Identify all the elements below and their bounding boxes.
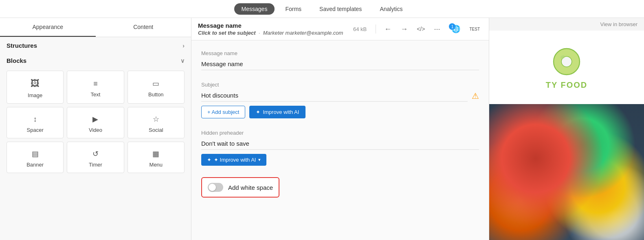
- block-label-video: Video: [89, 127, 102, 133]
- block-label-menu: Menu: [149, 162, 163, 168]
- video-icon: ▶: [92, 115, 98, 124]
- left-sidebar: Appearance Content Structures › Blocks ∨…: [0, 18, 191, 240]
- preview-content: TY FOOD: [489, 31, 644, 240]
- block-label-spacer: Spacer: [27, 127, 44, 133]
- text-icon: ≡: [93, 80, 98, 88]
- header-divider: [376, 24, 376, 33]
- block-item-timer[interactable]: ↺ Timer: [67, 142, 124, 173]
- white-space-toggle-label: Add white space: [228, 184, 273, 191]
- banner-icon: ▤: [32, 149, 39, 158]
- image-icon: 🖼: [31, 78, 40, 89]
- top-navigation: Messages Forms Saved templates Analytics: [0, 0, 644, 18]
- tab-content[interactable]: Content: [96, 18, 191, 37]
- block-item-text[interactable]: ≡ Text: [67, 71, 124, 104]
- header-subtitle: Click to set the subject · Marketer mark…: [198, 30, 343, 36]
- block-label-image: Image: [28, 92, 42, 98]
- improve-ai-2-icon: ✦: [207, 157, 211, 163]
- improve-ai-chevron-down-icon: ▾: [258, 157, 261, 162]
- header-click-to-set[interactable]: Click to set the subject: [198, 30, 256, 36]
- preview-logo-area: TY FOOD: [489, 31, 644, 104]
- test-label: TEST: [469, 27, 480, 31]
- forward-icon: →: [400, 25, 408, 33]
- white-space-toggle[interactable]: [208, 183, 223, 192]
- subject-row: ⚠: [201, 90, 479, 102]
- subject-input[interactable]: [201, 90, 468, 102]
- donut-icon: [550, 45, 583, 78]
- brand-text: TY FOOD: [546, 80, 588, 90]
- view-in-browser-link[interactable]: View in browser: [489, 18, 644, 31]
- back-icon: ←: [384, 25, 391, 33]
- blocks-label: Blocks: [7, 57, 26, 64]
- block-label-social: Social: [149, 127, 163, 133]
- subject-group: Subject ⚠ + Add subject ✦ Improve with A…: [201, 82, 479, 118]
- improve-with-ai-button[interactable]: ✦ Improve with AI: [249, 106, 306, 118]
- test-button[interactable]: TEST: [467, 26, 482, 32]
- globe-button[interactable]: 1 🌐: [446, 23, 463, 35]
- hidden-preheader-label: Hidden preheader: [201, 130, 479, 136]
- nav-tab-messages[interactable]: Messages: [234, 3, 275, 15]
- main-layout: Appearance Content Structures › Blocks ∨…: [0, 18, 644, 240]
- structures-chevron-right-icon: ›: [182, 42, 185, 49]
- message-name-input[interactable]: [201, 59, 479, 70]
- block-label-banner: Banner: [26, 162, 44, 168]
- block-item-video[interactable]: ▶ Video: [67, 107, 124, 138]
- center-header: Message name Click to set the subject · …: [191, 18, 489, 40]
- social-icon: ☆: [153, 115, 159, 124]
- block-item-banner[interactable]: ▤ Banner: [7, 142, 64, 173]
- header-message-name: Message name: [198, 22, 343, 29]
- structures-label: Structures: [7, 42, 37, 49]
- header-right: 64 kB ← → </> ··· 1 🌐: [353, 23, 482, 35]
- spacer-icon: ↕: [33, 115, 37, 124]
- donut-logo: TY FOOD: [546, 45, 588, 90]
- hidden-preheader-input[interactable]: [201, 138, 479, 150]
- block-label-text: Text: [91, 91, 101, 98]
- warning-icon: ⚠: [472, 91, 479, 101]
- block-item-button[interactable]: ▭ Button: [127, 71, 185, 104]
- preheader-btn-row: ✦ ✦ Improve with AI ▾: [201, 154, 479, 166]
- improve-with-ai-2-button[interactable]: ✦ ✦ Improve with AI ▾: [201, 154, 266, 166]
- preview-food-image: [489, 104, 644, 240]
- file-size-label: 64 kB: [353, 26, 367, 32]
- more-icon: ···: [434, 25, 440, 33]
- header-user-email: Marketer marketer@example.com: [263, 30, 343, 36]
- block-item-spacer[interactable]: ↕ Spacer: [7, 107, 64, 138]
- code-button[interactable]: </>: [414, 24, 427, 34]
- block-label-button: Button: [148, 91, 164, 98]
- improve-ai-icon: ✦: [256, 109, 260, 115]
- code-icon: </>: [417, 26, 425, 32]
- food-placeholder: [489, 104, 644, 240]
- right-preview-panel: View in browser TY FOOD: [489, 18, 644, 240]
- sidebar-tabs: Appearance Content: [0, 18, 191, 37]
- improve-ai-label: Improve with AI: [263, 109, 299, 115]
- structures-section[interactable]: Structures ›: [0, 37, 191, 54]
- blocks-chevron-down-icon: ∨: [180, 58, 185, 64]
- center-panel: Message name Click to set the subject · …: [191, 18, 489, 240]
- white-space-group: Add white space: [201, 177, 479, 198]
- button-icon: ▭: [152, 79, 159, 88]
- blocks-section[interactable]: Blocks ∨: [0, 54, 191, 67]
- message-name-group: Message name: [201, 50, 479, 70]
- add-subject-label: + Add subject: [207, 109, 239, 115]
- header-left: Message name Click to set the subject · …: [198, 22, 343, 36]
- timer-icon: ↺: [92, 149, 99, 158]
- message-name-label: Message name: [201, 50, 479, 56]
- block-item-image[interactable]: 🖼 Image: [7, 71, 64, 104]
- back-button[interactable]: ←: [382, 23, 394, 35]
- subject-label: Subject: [201, 82, 479, 88]
- center-form-content: Message name Subject ⚠ + Add subject ✦ I…: [191, 40, 489, 240]
- nav-tab-forms[interactable]: Forms: [278, 3, 309, 15]
- nav-tab-analytics[interactable]: Analytics: [372, 3, 410, 15]
- add-subject-button[interactable]: + Add subject: [201, 106, 245, 118]
- block-item-menu[interactable]: ▦ Menu: [127, 142, 185, 173]
- tab-appearance[interactable]: Appearance: [0, 18, 96, 37]
- improve-ai-2-label: ✦ Improve with AI: [214, 157, 256, 163]
- block-label-timer: Timer: [89, 162, 102, 168]
- add-white-space-toggle-row[interactable]: Add white space: [201, 177, 279, 198]
- subject-btn-row: + Add subject ✦ Improve with AI: [201, 106, 479, 118]
- forward-button[interactable]: →: [398, 23, 410, 35]
- block-item-social[interactable]: ☆ Social: [127, 107, 185, 138]
- more-options-button[interactable]: ···: [431, 23, 442, 35]
- hidden-preheader-group: Hidden preheader ✦ ✦ Improve with AI ▾: [201, 130, 479, 166]
- nav-tab-saved-templates[interactable]: Saved templates: [312, 3, 369, 15]
- blocks-grid: 🖼 Image ≡ Text ▭ Button ↕ Spacer ▶ Video: [0, 67, 191, 176]
